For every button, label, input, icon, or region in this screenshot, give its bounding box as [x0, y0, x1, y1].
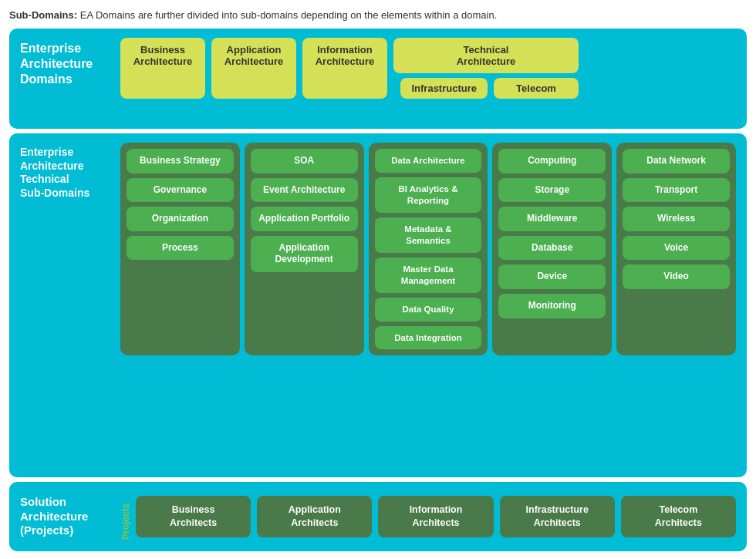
item-master-data-management: Master DataManagement: [375, 258, 482, 293]
technical-sub-boxes: Infrastructure Telecom: [393, 78, 579, 99]
item-database: Database: [498, 236, 606, 261]
item-organization: Organization: [127, 207, 234, 231]
subdomains-section-label: EnterpriseArchitectureTechnicalSub-Domai…: [20, 143, 120, 200]
domain-technical-group: TechnicalArchitecture Infrastructure Tel…: [393, 38, 579, 99]
solution-boxes: BusinessArchitects ApplicationArchitects…: [136, 496, 736, 537]
item-governance: Governance: [127, 178, 234, 203]
item-application-development: Application Development: [251, 236, 358, 272]
domain-telecom: Telecom: [494, 78, 579, 99]
item-event-architecture: Event Architecture: [251, 178, 358, 203]
domain-technical-architecture: TechnicalArchitecture: [393, 38, 579, 73]
item-data-network: Data Network: [623, 149, 730, 173]
domains-section-label: EnterpriseArchitectureDomains: [20, 38, 120, 87]
item-soa: SOA: [251, 149, 358, 173]
item-monitoring: Monitoring: [498, 294, 606, 318]
subdomain-col-business: Business Strategy Governance Organizatio…: [120, 143, 240, 355]
subdomain-col-information: Data Architecture BI Analytics &Reportin…: [369, 143, 488, 355]
section-domains: EnterpriseArchitectureDomains BusinessAr…: [9, 29, 747, 129]
domain-business-architecture: BusinessArchitecture: [120, 38, 205, 99]
item-bi-analytics: BI Analytics &Reporting: [375, 177, 482, 213]
item-wireless: Wireless: [623, 207, 730, 231]
item-process: Process: [127, 236, 234, 261]
subtitle-bold: Sub-Domains:: [9, 9, 77, 21]
solution-application-architects: ApplicationArchitects: [257, 496, 372, 537]
section-solution: SolutionArchitecture(Projects) Projects …: [9, 482, 747, 551]
domain-infrastructure: Infrastructure: [400, 78, 488, 99]
domains-top-row: BusinessArchitecture ApplicationArchitec…: [120, 38, 736, 99]
solution-business-architects: BusinessArchitects: [136, 496, 251, 537]
domains-columns: BusinessArchitecture ApplicationArchitec…: [120, 38, 736, 103]
solution-infrastructure-architects: InfrastructureArchitects: [500, 496, 615, 537]
item-video: Video: [623, 264, 730, 289]
item-metadata-semantics: Metadata &Semantics: [375, 217, 482, 253]
subdomain-col-infrastructure: Computing Storage Middleware Database De…: [492, 143, 612, 355]
item-storage: Storage: [498, 178, 606, 203]
domain-application-architecture: ApplicationArchitecture: [211, 38, 296, 99]
projects-label: Projects: [120, 493, 131, 540]
solution-section-label: SolutionArchitecture(Projects): [20, 495, 120, 538]
item-middleware: Middleware: [498, 207, 606, 231]
section-subdomains: EnterpriseArchitectureTechnicalSub-Domai…: [9, 133, 747, 477]
subdomain-col-application: SOA Event Architecture Application Portf…: [245, 143, 364, 355]
solution-telecom-architects: TelecomArchitects: [621, 496, 736, 537]
subdomains-grid: Business Strategy Governance Organizatio…: [120, 143, 736, 355]
domain-information-architecture: InformationArchitecture: [302, 38, 387, 99]
item-device: Device: [498, 264, 606, 289]
item-business-strategy: Business Strategy: [127, 149, 234, 173]
item-application-portfolio: Application Portfolio: [251, 207, 358, 231]
solution-information-architects: InformationArchitects: [378, 496, 493, 537]
item-data-integration: Data Integration: [375, 326, 482, 350]
item-voice: Voice: [623, 236, 730, 261]
item-data-architecture: Data Architecture: [375, 149, 482, 173]
subtitle-text: EA Domains are further divided into sub-…: [77, 9, 497, 21]
subdomain-col-telecom: Data Network Transport Wireless Voice Vi…: [616, 143, 736, 355]
item-computing: Computing: [498, 149, 606, 173]
subtitle-bar: Sub-Domains: EA Domains are further divi…: [9, 8, 747, 24]
page-container: Sub-Domains: EA Domains are further divi…: [0, 0, 756, 559]
item-data-quality: Data Quality: [375, 298, 482, 322]
item-transport: Transport: [623, 178, 730, 203]
